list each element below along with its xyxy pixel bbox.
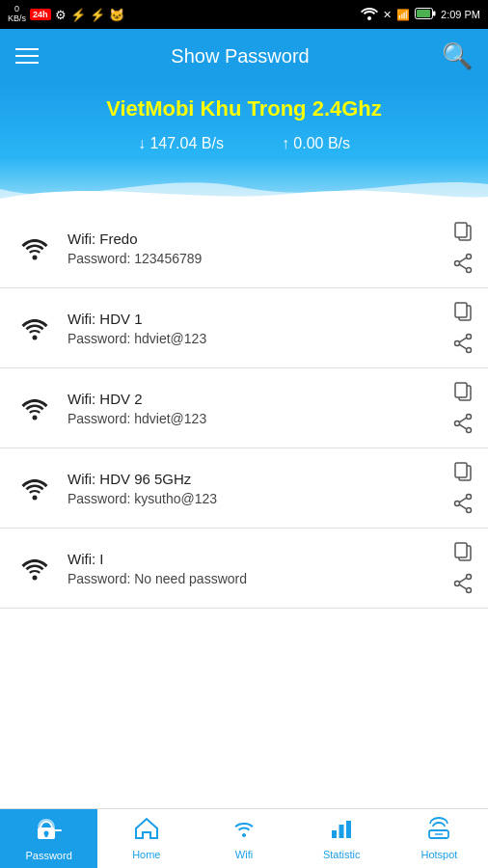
wifi-name-text: Wifi: I (68, 551, 440, 567)
wifi-item-actions (453, 222, 473, 274)
wifi-signal-icon (15, 235, 54, 260)
svg-rect-2 (417, 10, 430, 17)
svg-point-9 (467, 268, 472, 273)
svg-line-19 (459, 344, 466, 349)
nav-item-password[interactable]: Password (0, 809, 97, 868)
svg-point-0 (367, 16, 371, 20)
usb2-icon: ⚡ (90, 8, 105, 22)
svg-point-20 (33, 416, 38, 420)
wifi-password-text: Password: No need password (68, 571, 440, 586)
svg-line-43 (459, 584, 466, 589)
svg-point-28 (33, 496, 38, 501)
svg-point-8 (455, 261, 460, 266)
bar-chart-icon (329, 817, 354, 846)
svg-point-17 (467, 348, 472, 353)
hotspot-icon (425, 817, 452, 846)
nav-item-hotspot[interactable]: Hotspot (391, 809, 488, 868)
wave-decoration (0, 160, 488, 208)
wifi-signal-icon (15, 315, 54, 340)
svg-point-16 (455, 341, 460, 346)
copy-button[interactable] (453, 462, 473, 483)
wifi-name-text: Wifi: HDV 2 (68, 391, 440, 407)
home-icon (134, 817, 159, 846)
wifi-info: Wifi: I Password: No need password (68, 551, 440, 586)
share-button[interactable] (453, 493, 473, 514)
svg-line-34 (459, 498, 466, 502)
svg-line-26 (459, 418, 466, 422)
nav-label: Hotspot (420, 849, 457, 860)
wifi-list-item[interactable]: Wifi: HDV 1 Password: hdviet@123 (0, 288, 488, 368)
svg-rect-50 (346, 821, 351, 838)
wifi-password-text: Password: 123456789 (68, 251, 440, 266)
upload-speed: ↑ 0.00 B/s (282, 135, 350, 152)
menu-button[interactable] (15, 48, 39, 64)
svg-point-36 (33, 576, 38, 581)
wifi-list: Wifi: Fredo Password: 123456789 (0, 208, 488, 609)
search-icon[interactable]: 🔍 (442, 41, 473, 71)
wifi-name-text: Wifi: HDV 96 5GHz (68, 471, 440, 487)
copy-button[interactable] (453, 542, 473, 563)
svg-line-18 (459, 338, 466, 342)
wifi-signal-icon (15, 475, 54, 501)
status-left: 0 KB/s 24h ⚙ ⚡ ⚡ 🐱 (8, 5, 124, 24)
status-right: ✕ 📶 2:09 PM (361, 7, 480, 22)
svg-rect-22 (455, 383, 467, 397)
wifi-item-actions (453, 382, 473, 434)
svg-line-35 (459, 504, 466, 509)
wifi-lock-icon (36, 816, 63, 847)
nav-label: Wifi (235, 849, 253, 860)
wifi-list-item[interactable]: Wifi: Fredo Password: 123456789 (0, 208, 488, 288)
download-speed: ↓ 147.04 B/s (138, 135, 224, 152)
wifi-name-text: Wifi: Fredo (68, 231, 440, 247)
battery-icon (415, 8, 436, 21)
nav-label: Home (132, 849, 160, 860)
svg-rect-30 (455, 463, 467, 477)
copy-button[interactable] (453, 302, 473, 323)
nav-item-home[interactable]: Home (97, 809, 195, 868)
kb-counter: 0 KB/s (8, 5, 26, 24)
nav-item-statistic[interactable]: Statistic (293, 809, 391, 868)
copy-button[interactable] (453, 382, 473, 403)
wifi-info: Wifi: Fredo Password: 123456789 (68, 231, 440, 266)
wifi-list-item[interactable]: Wifi: HDV 2 Password: hdviet@123 (0, 368, 488, 448)
share-button[interactable] (453, 573, 473, 594)
current-wifi-name: VietMobi Khu Trong 2.4Ghz (106, 96, 382, 122)
svg-point-40 (455, 582, 460, 586)
svg-point-32 (455, 502, 460, 506)
wifi-icon (231, 817, 257, 846)
copy-button[interactable] (453, 222, 473, 243)
signal-bars-icon: 📶 (396, 9, 410, 21)
share-button[interactable] (453, 333, 473, 354)
badge-24h: 24h (30, 9, 51, 20)
nav-item-wifi[interactable]: Wifi (195, 809, 292, 868)
share-button[interactable] (453, 413, 473, 434)
status-bar: 0 KB/s 24h ⚙ ⚡ ⚡ 🐱 ✕ 📶 2:09 PM (0, 0, 488, 29)
wifi-list-item[interactable]: Wifi: I Password: No need password (0, 529, 488, 609)
share-button[interactable] (453, 253, 473, 274)
svg-line-10 (459, 258, 466, 262)
wifi-list-item[interactable]: Wifi: HDV 96 5GHz Password: kysutho@123 (0, 448, 488, 529)
settings-icon: ⚙ (55, 8, 67, 22)
svg-rect-14 (455, 303, 467, 317)
svg-line-11 (459, 264, 466, 269)
svg-point-39 (467, 575, 472, 580)
svg-point-41 (467, 588, 472, 593)
wifi-signal-icon (15, 556, 54, 581)
svg-rect-48 (332, 830, 337, 838)
nav-label: Statistic (323, 849, 361, 860)
wifi-item-actions (453, 462, 473, 514)
page-title: Show Password (171, 45, 309, 68)
wifi-item-actions (453, 542, 473, 594)
wifi-password-text: Password: kysutho@123 (68, 491, 440, 506)
wifi-item-actions (453, 302, 473, 354)
svg-line-27 (459, 424, 466, 429)
hero-section: VietMobi Khu Trong 2.4Ghz ↓ 147.04 B/s ↑… (0, 83, 488, 208)
svg-point-25 (467, 428, 472, 433)
svg-rect-46 (44, 832, 47, 837)
svg-line-42 (459, 578, 466, 583)
svg-point-24 (455, 421, 460, 426)
speed-display: ↓ 147.04 B/s ↑ 0.00 B/s (138, 135, 350, 152)
svg-rect-38 (455, 543, 467, 557)
wifi-status-icon (361, 7, 378, 22)
svg-point-23 (467, 415, 472, 420)
